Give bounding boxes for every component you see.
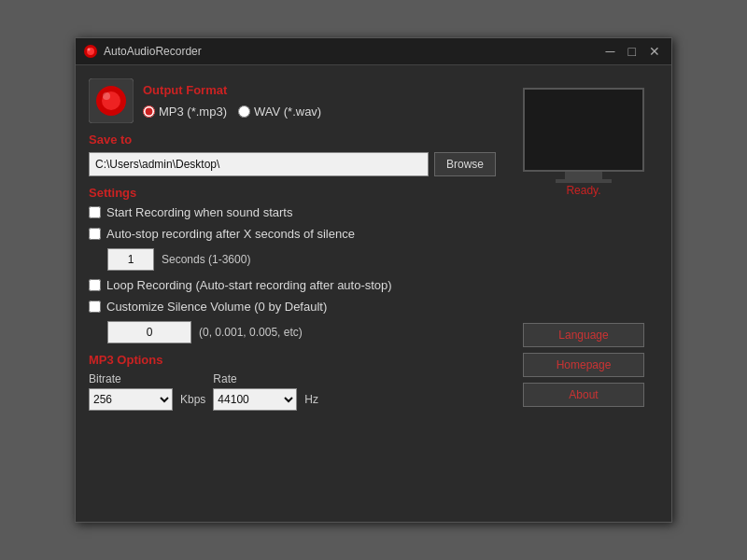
silence-volume-row: Customize Silence Volume (0 by Default) (89, 300, 496, 314)
auto-stop-row: Auto-stop recording after X seconds of s… (89, 227, 496, 241)
output-format-title: Output Format (143, 83, 321, 97)
language-button[interactable]: Language (523, 323, 644, 347)
auto-stop-label: Auto-stop recording after X seconds of s… (106, 227, 355, 241)
wav-radio-label[interactable]: WAV (*.wav) (238, 105, 321, 119)
app-icon (83, 44, 98, 59)
monitor-display (523, 88, 644, 172)
save-to-section: Save to Browse (89, 133, 496, 176)
record-icon (89, 78, 134, 123)
bitrate-select[interactable]: 256 128 192 320 (89, 388, 173, 411)
rate-label: Rate (213, 372, 297, 385)
svg-point-2 (88, 49, 91, 51)
mp3-options-label: MP3 Options (89, 353, 496, 367)
minimize-button[interactable]: ─ (602, 45, 619, 58)
start-recording-label: Start Recording when sound starts (106, 205, 292, 219)
bitrate-label: Bitrate (89, 372, 173, 385)
monitor-stand (565, 172, 602, 179)
main-window: AutoAudioRecorder ─ □ ✕ Output Format (75, 37, 672, 523)
start-recording-row: Start Recording when sound starts (89, 205, 496, 219)
seconds-row: Seconds (1-3600) (107, 248, 496, 271)
hz-label: Hz (304, 393, 318, 406)
right-panel: Ready. Language Homepage About (509, 78, 658, 411)
silence-input[interactable] (107, 321, 191, 343)
left-panel: Output Format MP3 (*.mp3) WAV (*.wav) (89, 78, 496, 411)
loop-recording-label: Loop Recording (Auto-start recording aft… (106, 278, 392, 292)
kbps-label: Kbps (180, 393, 205, 406)
svg-point-6 (103, 92, 110, 100)
auto-stop-checkbox[interactable] (89, 228, 101, 240)
about-button[interactable]: About (523, 383, 644, 407)
rate-select[interactable]: 44100 22050 48000 (213, 388, 297, 411)
homepage-button[interactable]: Homepage (523, 353, 644, 377)
mp3-options-section: MP3 Options Bitrate 256 128 192 320 Kbps… (89, 353, 496, 411)
silence-volume-checkbox[interactable] (89, 301, 101, 313)
loop-recording-checkbox[interactable] (89, 279, 101, 291)
right-panel-inner: Ready. Language Homepage About (523, 78, 644, 411)
save-row: Browse (89, 152, 496, 176)
window-title: AutoAudioRecorder (104, 45, 602, 58)
settings-label: Settings (89, 186, 496, 200)
seconds-hint: Seconds (1-3600) (162, 253, 250, 266)
silence-volume-label: Customize Silence Volume (0 by Default) (106, 300, 327, 314)
start-recording-checkbox[interactable] (89, 206, 101, 218)
rate-col: Rate 44100 22050 48000 (213, 372, 297, 411)
seconds-input[interactable] (107, 248, 154, 271)
window-body: Output Format MP3 (*.mp3) WAV (*.wav) (76, 65, 671, 424)
browse-button[interactable]: Browse (434, 152, 496, 176)
title-bar: AutoAudioRecorder ─ □ ✕ (76, 38, 671, 65)
mp3-radio-label[interactable]: MP3 (*.mp3) (143, 105, 227, 119)
mp3-radio[interactable] (143, 105, 155, 118)
format-radio-row: MP3 (*.mp3) WAV (*.wav) (143, 105, 321, 119)
bitrate-col: Bitrate 256 128 192 320 (89, 372, 173, 411)
side-buttons: Language Homepage About (523, 323, 644, 407)
output-format-section: Output Format MP3 (*.mp3) WAV (*.wav) (89, 78, 496, 123)
wav-label: WAV (*.wav) (254, 105, 321, 119)
loop-recording-row: Loop Recording (Auto-start recording aft… (89, 278, 496, 292)
title-bar-controls: ─ □ ✕ (602, 45, 664, 58)
volume-input-row: (0, 0.001, 0.005, etc) (89, 321, 496, 343)
mp3-selects-row: Bitrate 256 128 192 320 Kbps Rate 44100 (89, 372, 496, 411)
path-input[interactable] (89, 152, 429, 176)
mp3-label: MP3 (*.mp3) (159, 105, 227, 119)
wav-radio[interactable] (238, 105, 250, 118)
close-button[interactable]: ✕ (645, 45, 664, 58)
ready-status: Ready. (566, 184, 600, 197)
settings-section: Settings Start Recording when sound star… (89, 186, 496, 343)
monitor-section: Ready. (523, 78, 644, 197)
format-options: Output Format MP3 (*.mp3) WAV (*.wav) (143, 83, 321, 119)
monitor-container (523, 88, 644, 183)
restore-button[interactable]: □ (625, 45, 640, 58)
silence-hint: (0, 0.001, 0.005, etc) (199, 326, 303, 339)
save-to-label: Save to (89, 133, 496, 147)
